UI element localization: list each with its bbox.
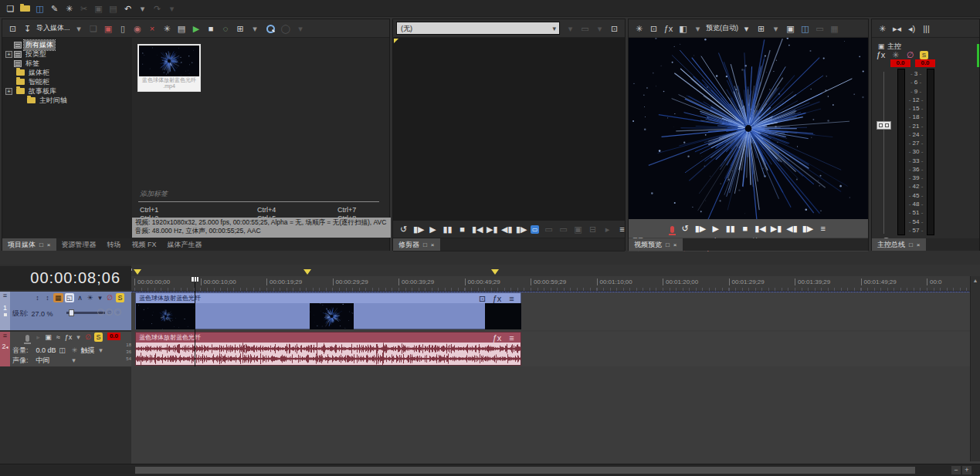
scroll-up-icon[interactable]: ▲ (971, 276, 980, 285)
project-media-panel-icon[interactable]: ⊡ (8, 22, 18, 35)
bus-fx-icon[interactable]: ƒx (876, 49, 886, 61)
tab-媒体产生器[interactable]: 媒体产生器 (162, 238, 208, 251)
master-fader-handle[interactable] (877, 121, 891, 130)
timeline-timecode-display[interactable]: 00:00:08;06 (0, 266, 131, 290)
vertical-scrollbar[interactable]: ▲ (970, 276, 980, 461)
views-dropdown-icon[interactable]: ▾ (250, 22, 260, 35)
mute-icon[interactable]: ∅ (106, 293, 114, 302)
media-properties-icon[interactable]: ▤ (177, 22, 187, 35)
expander-icon[interactable]: + (5, 51, 12, 58)
track-1-level-value[interactable]: 27.0 % (32, 310, 53, 318)
scopes-icon[interactable]: ▦ (829, 22, 839, 35)
bin-item-媒体柜[interactable]: 媒体柜 (4, 68, 131, 77)
loop-region-icon[interactable]: ▭ (815, 22, 825, 35)
event-fx-icon[interactable]: ƒx (492, 293, 502, 303)
track-motion-icon[interactable]: ∧ (76, 293, 84, 302)
bin-item-故事板库[interactable]: +故事板库 (4, 86, 131, 96)
search-options-icon[interactable]: ◯ (281, 22, 291, 35)
bin-item-所有媒体[interactable]: 所有媒体 (4, 40, 131, 49)
open-in-trimmer-icon[interactable]: ▭ (531, 225, 539, 234)
record-mic-icon[interactable] (670, 226, 674, 233)
marker-bar[interactable] (131, 265, 980, 276)
undo-dropdown-icon[interactable]: ▾ (137, 2, 148, 15)
transport-menu-icon[interactable]: ≡ (818, 222, 828, 235)
play-icon[interactable]: ▶ (710, 222, 721, 235)
expander-icon[interactable]: + (5, 88, 12, 95)
create-subclip-icon[interactable]: ▭ (544, 223, 554, 235)
track-fx-icon[interactable]: ƒx (64, 333, 73, 342)
external-monitor-icon[interactable]: ⊡ (649, 22, 659, 35)
cut-icon[interactable]: ✂ (79, 2, 89, 15)
go-to-start-icon[interactable]: ▮◀ (754, 222, 766, 235)
track-eq-icon[interactable]: ≈ (54, 333, 63, 342)
split-screen-dropdown-icon[interactable]: ▾ (693, 22, 703, 35)
trimmer-clip-selector[interactable]: (无)▾ (396, 22, 560, 35)
preview-quality-button[interactable]: 预览(自动) (706, 23, 738, 33)
automation-circle-icon[interactable]: ∅ (106, 309, 113, 316)
paste-icon[interactable]: ▤ (108, 2, 118, 15)
event-pan-crop-icon[interactable]: ⊡ (477, 293, 487, 303)
event-menu-icon[interactable]: ≡ (507, 293, 517, 303)
next-frame-icon[interactable]: ▮▶ (802, 222, 814, 235)
copy-icon[interactable]: ▣ (93, 2, 103, 15)
zoom-out-button[interactable]: − (951, 466, 961, 474)
capture-video-icon[interactable]: ▣ (103, 22, 114, 35)
track-2-grip[interactable]: ≡ 2◂ (0, 332, 10, 366)
video-output-fx-icon[interactable]: ƒx (663, 22, 673, 35)
next-frame-icon[interactable]: ▮▶ (516, 223, 526, 235)
video-preview-display[interactable] (629, 38, 868, 219)
tab-资源管理器[interactable]: 资源管理器 (56, 238, 102, 251)
input-monitor-icon[interactable]: ▸ (34, 333, 42, 342)
select-in-out-icon[interactable]: ▭ (558, 223, 568, 235)
track-2-row[interactable]: 蓝色球体放射蓝色光纤 ƒx≡ (131, 332, 980, 366)
views-icon[interactable]: ⊞ (236, 22, 246, 35)
redo-icon[interactable]: ↷ (152, 2, 162, 15)
more-dropdown-icon[interactable]: ▾ (296, 22, 306, 35)
markers-icon[interactable]: ⊟ (588, 223, 598, 235)
tab-转场[interactable]: 转场 (102, 238, 127, 251)
options-dropdown-icon[interactable]: ▾ (595, 22, 605, 35)
project-properties-icon[interactable]: ✎ (49, 2, 59, 15)
chevron-down-icon[interactable]: ▾ (70, 354, 78, 366)
bin-item-主时间轴[interactable]: 主时间轴 (4, 96, 131, 105)
track-1-grip[interactable]: ≡ 1 (0, 292, 10, 330)
dock-window-icon[interactable]: □ (666, 241, 670, 248)
close-icon[interactable]: × (431, 241, 435, 248)
close-icon[interactable]: × (917, 241, 921, 248)
play-icon[interactable]: ▶ (428, 223, 438, 235)
go-to-end-icon[interactable]: ▶▮ (487, 223, 497, 235)
scribble-strip-icon[interactable]: ▦ (53, 293, 63, 302)
history-dropdown-icon[interactable]: ▾ (565, 22, 575, 35)
redo-dropdown-icon[interactable]: ▾ (167, 2, 177, 15)
trimmer-viewer[interactable] (393, 38, 625, 221)
stop-icon[interactable]: ■ (740, 222, 750, 235)
loop-region-start-marker[interactable] (134, 269, 141, 275)
go-to-end-icon[interactable]: ▶▮ (771, 222, 782, 235)
solo-icon[interactable]: S (116, 293, 124, 302)
extract-audio-icon[interactable]: ◉ (133, 22, 143, 35)
auto-preview-play-icon[interactable]: ▶ (192, 22, 202, 35)
mute-icon[interactable]: ∅ (84, 333, 93, 342)
slider-handle[interactable] (69, 309, 74, 316)
add-to-timeline-icon[interactable]: ▣ (573, 223, 583, 235)
tab-项目媒体[interactable]: 项目媒体□× (2, 238, 56, 251)
scrollbar-thumb[interactable] (135, 467, 915, 474)
open-project-icon[interactable] (20, 5, 30, 12)
track-2-volume-value[interactable]: 0.0 dB (36, 346, 56, 354)
transport-menu-icon[interactable]: ≡ (617, 223, 627, 235)
overlays-dropdown-icon[interactable]: ▾ (771, 22, 781, 35)
pause-icon[interactable]: ▮▮ (725, 222, 735, 235)
new-project-icon[interactable]: ❏ (5, 2, 15, 15)
mixer-faders-icon[interactable]: ||| (921, 22, 931, 35)
audio-event[interactable]: 蓝色球体放射蓝色光纤 ƒx≡ (135, 332, 521, 366)
stop-preview-icon[interactable]: ■ (206, 22, 216, 35)
master-db-left[interactable]: 0.0 (890, 59, 910, 67)
search-icon[interactable] (266, 24, 276, 33)
media-thumbnail-card[interactable]: 蓝色球体放射蓝色光纤 .mp4 (137, 44, 201, 92)
playhead-line[interactable] (195, 276, 195, 366)
timeline-marker[interactable] (303, 269, 311, 275)
track-1-header[interactable]: ≡ 1 ↕↕▦◱∧☀▾∅S 级别: 27.0 % ✳∅○ (0, 292, 131, 330)
overlays-grid-icon[interactable]: ⊞ (756, 22, 766, 35)
audio-device-icon[interactable]: ◂) (907, 22, 917, 35)
stop-icon[interactable]: ■ (457, 223, 467, 235)
